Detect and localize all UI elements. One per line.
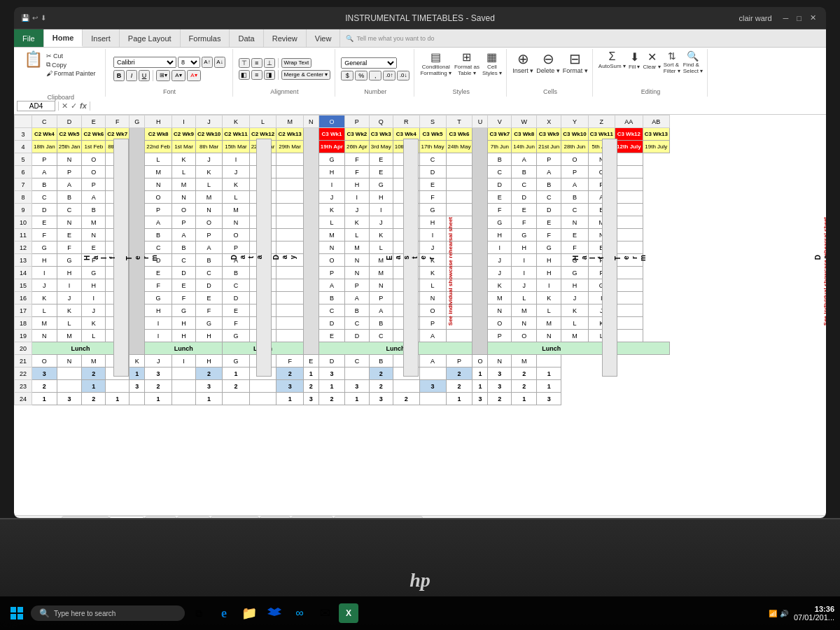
table-row: 4 18th Jan 25th Jan 1st Feb 8th Feb 22nd…	[15, 141, 670, 153]
align-right-btn[interactable]: ◨	[264, 70, 275, 80]
sheet-tab-vocals[interactable]: Vocals	[177, 516, 210, 518]
align-bottom-btn[interactable]: ⊥	[264, 58, 275, 68]
font-color-btn[interactable]: A▾	[187, 70, 201, 81]
font-controls: Calibri 8 A↑ A↓ B I U ⊞▾ A▾ A▾	[113, 50, 225, 87]
minimize-btn[interactable]: ─	[783, 14, 789, 22]
half-term-label-1: HalfTerm	[113, 139, 129, 377]
add-sheet-btn[interactable]: ⊕	[424, 518, 440, 519]
task-view-btn[interactable]: ⧉	[188, 602, 210, 624]
align-top-btn[interactable]: ⊤	[239, 58, 250, 68]
time-display: 13:36	[794, 605, 834, 613]
find-select-btn[interactable]: 🔍 Find &Select ▾	[683, 50, 703, 87]
data-day-label-1: DataDay	[256, 139, 272, 377]
increase-decimal-btn[interactable]: .0↑	[383, 71, 396, 80]
sheet-tab-saxophone[interactable]: Saxophone	[211, 516, 259, 518]
search-bar[interactable]: 🔍 Type here to search	[31, 606, 185, 621]
insert-cells-btn[interactable]: ⊕ Insert ▾	[512, 50, 533, 87]
sheet-tab-brass[interactable]: Brass	[260, 516, 290, 518]
bold-btn[interactable]: B	[113, 70, 125, 81]
italic-btn[interactable]: I	[126, 70, 137, 81]
edge-icon[interactable]: e	[213, 602, 235, 624]
tab-insert[interactable]: Insert	[83, 29, 120, 47]
maximize-btn[interactable]: □	[797, 14, 802, 22]
taskbar: 🔍 Type here to search ⧉ e 📁 ∞ ✉ X 📶 🔊 13…	[0, 596, 840, 630]
tab-page-layout[interactable]: Page Layout	[120, 29, 181, 47]
autosum-btn[interactable]: Σ AutoSum ▾	[598, 50, 626, 87]
format-painter-button[interactable]: 🖌 Format Painter	[44, 69, 98, 78]
decrease-font-btn[interactable]: A↓	[214, 57, 225, 68]
number-label: Number	[364, 87, 386, 95]
tab-data[interactable]: Data	[230, 29, 263, 47]
infinity-icon[interactable]: ∞	[288, 602, 311, 624]
currency-btn[interactable]: $	[341, 71, 354, 80]
border-btn[interactable]: ⊞▾	[156, 70, 170, 81]
confirm-formula-icon[interactable]: ✓	[71, 102, 77, 111]
underline-btn[interactable]: U	[139, 70, 150, 81]
start-button[interactable]	[6, 602, 28, 624]
decrease-decimal-btn[interactable]: .0↓	[397, 71, 410, 80]
insert-function-icon[interactable]: fx	[80, 102, 87, 111]
font-family-select[interactable]: Calibri	[113, 57, 176, 68]
half-term-label-2: HalfTerm	[602, 139, 617, 377]
table-row: 23 2 1 3 2 3 2 3 2 1 3	[15, 380, 670, 393]
alignment-group: ⊤ ≡ ⊥ Wrap Text ◧ ≡ ◨ Merge & Center ▾ A…	[234, 49, 336, 97]
sheet-tab-guitar[interactable]: Guitar	[145, 516, 176, 518]
increase-font-btn[interactable]: A↑	[202, 57, 213, 68]
formula-input[interactable]	[93, 102, 823, 111]
window-controls[interactable]: 💾 ↩ ⬇	[21, 14, 46, 22]
ribbon-tabs: File Home Insert Page Layout Formulas Da…	[14, 29, 826, 48]
merge-center-btn[interactable]: Merge & Center ▾	[281, 70, 331, 80]
clear-btn[interactable]: ✕ Clear ▾	[643, 50, 660, 87]
cut-button[interactable]: ✂ Cut	[44, 52, 98, 60]
font-size-select[interactable]: 8	[178, 57, 200, 68]
autosum-icon: Σ	[608, 50, 615, 63]
conditional-formatting-btn[interactable]: ▤ ConditionalFormatting ▾	[420, 50, 451, 87]
ribbon-content: 📋 ✂ Cut ⧉ Copy 🖌 Format Pai	[14, 48, 826, 98]
styles-group: ▤ ConditionalFormatting ▾ ⊞ Format asTab…	[416, 49, 507, 97]
copy-button[interactable]: ⧉ Copy	[44, 60, 98, 69]
fill-color-btn[interactable]: A▾	[172, 70, 186, 81]
cell-reference-input[interactable]	[17, 101, 55, 111]
number-format-select[interactable]: General	[341, 57, 397, 69]
screen-bezel: 💾 ↩ ⬇ INSTRUMENTAL TIMETABLES - Saved cl…	[14, 7, 826, 518]
search-placeholder-text: Type here to search	[54, 610, 115, 617]
format-icon: ⊟	[569, 50, 581, 67]
sheet-tab-drums[interactable]: Drums	[109, 516, 144, 518]
excel-icon[interactable]: X	[339, 603, 358, 623]
sheet-tab-students[interactable]: Students wanting less ...	[334, 516, 422, 518]
fill-icon: ⬇	[630, 50, 639, 64]
dropbox-icon[interactable]	[263, 602, 286, 624]
align-middle-btn[interactable]: ≡	[251, 58, 262, 68]
delete-icon: ⊖	[542, 50, 554, 67]
sheet-tab-keyboard[interactable]: Keyboard	[291, 516, 334, 518]
fill-btn[interactable]: ⬇ Fill ▾	[629, 50, 640, 87]
tab-home[interactable]: Home	[44, 29, 83, 47]
speaker-icon: 🔊	[780, 610, 788, 617]
tab-review[interactable]: Review	[264, 29, 307, 47]
hp-logo: hp	[410, 569, 430, 592]
align-center-btn[interactable]: ≡	[251, 70, 262, 80]
percent-btn[interactable]: %	[355, 71, 368, 80]
paste-button[interactable]: 📋 ✂ Cut ⧉ Copy 🖌 Format Pai	[21, 50, 101, 92]
tab-view[interactable]: View	[307, 29, 341, 47]
table-row: 16 K J I H G F E D C B A P O	[15, 292, 670, 304]
styles-controls: ▤ ConditionalFormatting ▾ ⊞ Format asTab…	[420, 50, 502, 87]
delete-cells-btn[interactable]: ⊖ Delete ▾	[536, 50, 560, 87]
cancel-formula-icon[interactable]: ✕	[62, 102, 68, 111]
tab-formulas[interactable]: Formulas	[181, 29, 230, 47]
sort-filter-btn[interactable]: ⇅ Sort &Filter ▾	[664, 50, 680, 87]
close-btn[interactable]: ✕	[810, 13, 816, 22]
formula-controls: ✕ ✓ fx	[58, 102, 90, 111]
format-cells-btn[interactable]: ⊟ Format ▾	[563, 50, 588, 87]
sheet-tab-cc-groups[interactable]: CC Groups	[62, 516, 109, 518]
format-table-btn[interactable]: ⊞ Format asTable ▾	[454, 50, 479, 87]
ribbon-search: 🔍 Tell me what you want to do	[340, 29, 826, 47]
cell-styles-btn[interactable]: ▦ CellStyles ▾	[482, 50, 502, 87]
wrap-text-btn[interactable]: Wrap Text	[281, 58, 312, 68]
email-icon[interactable]: ✉	[314, 602, 336, 624]
align-left-btn[interactable]: ◧	[239, 70, 250, 80]
file-explorer-icon[interactable]: 📁	[238, 602, 260, 624]
comma-btn[interactable]: ,	[369, 71, 382, 80]
tab-file[interactable]: File	[14, 29, 44, 47]
table-row: 6 A P O N M L K J I H F E D	[15, 166, 670, 178]
